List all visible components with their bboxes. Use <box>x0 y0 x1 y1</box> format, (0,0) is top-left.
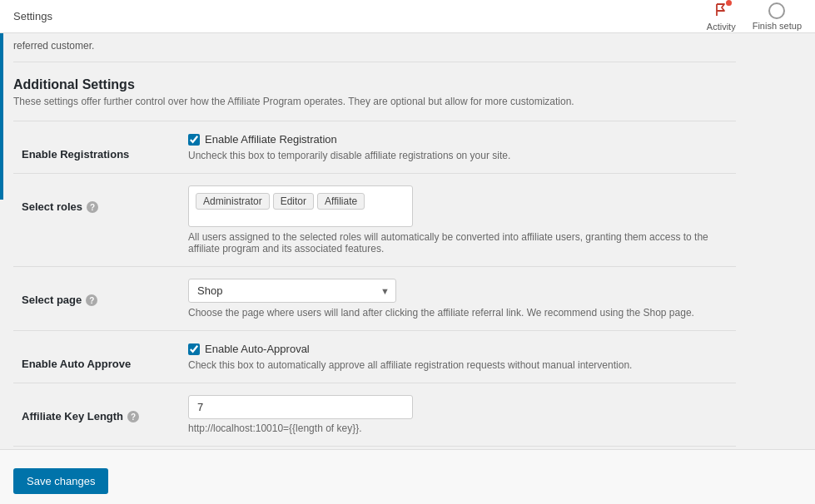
save-button[interactable]: Save changes <box>13 468 108 494</box>
select-roles-label-cell: Select roles ? <box>13 174 180 267</box>
settings-table: Enable Registrations Enable Affiliate Re… <box>13 121 736 504</box>
select-page-row: Select page ? Shop Home Checkout Cart ▼ <box>13 267 736 331</box>
activity-button[interactable]: Activity <box>707 2 736 32</box>
enable-registrations-label: Enable Registrations <box>22 148 129 161</box>
flag-icon <box>713 2 729 20</box>
affiliate-key-length-label-cell: Affiliate Key Length ? <box>13 383 180 447</box>
enable-auto-approve-description: Check this box to automatically approve … <box>188 359 728 371</box>
affiliate-key-length-url-hint: http://localhost:10010={{length of key}}… <box>188 422 728 434</box>
left-accent-bar <box>0 33 3 200</box>
enable-auto-approve-row: Enable Auto Approve Enable Auto-Approval… <box>13 331 736 383</box>
select-page-description: Choose the page where users will land af… <box>188 307 728 319</box>
roles-box[interactable]: Administrator Editor Affiliate <box>188 185 413 227</box>
affiliate-key-length-help-icon[interactable]: ? <box>127 411 139 422</box>
enable-registrations-content: Enable Affiliate Registration Uncheck th… <box>180 121 736 174</box>
affiliate-key-length-content: http://localhost:10010={{length of key}}… <box>180 383 736 447</box>
select-page-label-cell: Select page ? <box>13 267 180 331</box>
select-page-wrapper: Shop Home Checkout Cart ▼ <box>188 279 396 303</box>
page-title: Settings <box>13 10 52 22</box>
affiliate-key-length-input[interactable] <box>188 395 413 419</box>
enable-registrations-row: Enable Registrations Enable Affiliate Re… <box>13 121 736 174</box>
enable-auto-approve-content: Enable Auto-Approval Check this box to a… <box>180 331 736 383</box>
enable-registrations-checkbox-label: Enable Affiliate Registration <box>205 133 337 146</box>
activity-label: Activity <box>707 22 736 32</box>
role-tag-affiliate: Affiliate <box>317 193 365 210</box>
bottom-bar: Save changes <box>0 449 815 504</box>
enable-registrations-description: Uncheck this box to temporarily disable … <box>188 150 728 161</box>
select-roles-description: All users assigned to the selected roles… <box>188 231 728 254</box>
affiliate-key-length-row: Affiliate Key Length ? http://localhost:… <box>13 383 736 447</box>
enable-auto-approve-label: Enable Auto Approve <box>22 358 131 370</box>
select-roles-content: Administrator Editor Affiliate All users… <box>180 174 736 267</box>
affiliate-key-length-label: Affiliate Key Length <box>22 410 123 422</box>
finish-setup-label: Finish setup <box>753 21 802 31</box>
select-page-label: Select page <box>22 294 82 306</box>
topbar-actions: Activity Finish setup <box>707 2 802 32</box>
select-page-help-icon[interactable]: ? <box>86 294 97 306</box>
main-content: referred customer. Additional Settings T… <box>0 33 749 504</box>
role-tag-administrator: Administrator <box>196 193 270 210</box>
enable-registrations-checkbox[interactable] <box>188 134 200 146</box>
enable-auto-approve-label-cell: Enable Auto Approve <box>13 331 180 383</box>
topbar: Settings Activity Finish setup <box>0 0 815 33</box>
enable-registrations-label-cell: Enable Registrations <box>13 121 180 174</box>
section-description: These settings offer further control ove… <box>13 96 736 107</box>
enable-auto-approve-checkbox[interactable] <box>188 343 200 355</box>
truncated-text: referred customer. <box>13 33 736 62</box>
select-page-content: Shop Home Checkout Cart ▼ Choose the pag… <box>180 267 736 331</box>
enable-registrations-checkbox-row: Enable Affiliate Registration <box>188 133 728 146</box>
select-roles-help-icon[interactable]: ? <box>87 201 98 213</box>
select-page-dropdown[interactable]: Shop Home Checkout Cart <box>188 279 396 303</box>
finish-setup-button[interactable]: Finish setup <box>753 2 802 31</box>
enable-auto-approve-checkbox-label: Enable Auto-Approval <box>205 343 310 355</box>
enable-auto-approve-checkbox-row: Enable Auto-Approval <box>188 343 728 355</box>
notification-dot <box>726 0 732 6</box>
section-heading: Additional Settings <box>13 77 736 92</box>
select-roles-label: Select roles <box>22 200 82 213</box>
finish-setup-icon <box>768 2 785 19</box>
role-tag-editor: Editor <box>273 193 314 210</box>
select-roles-row: Select roles ? Administrator Editor Affi… <box>13 174 736 267</box>
